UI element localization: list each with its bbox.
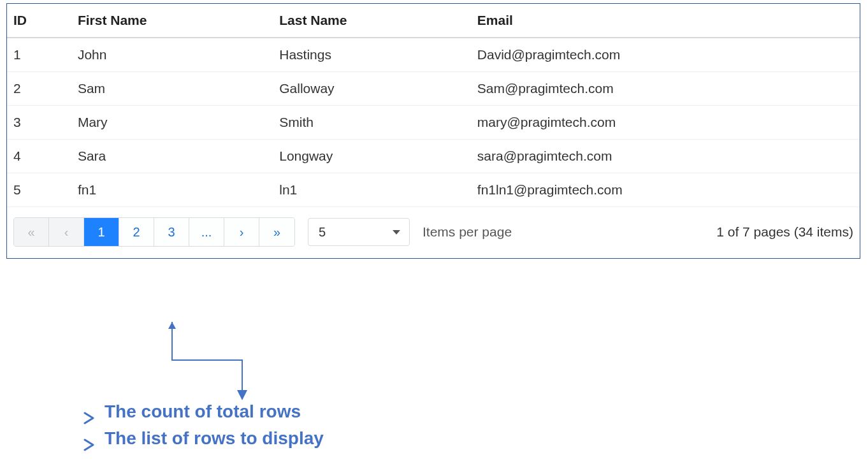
cell-email: Sam@pragimtech.com xyxy=(471,72,860,106)
page-size-value: 5 xyxy=(319,225,326,240)
cell-id: 2 xyxy=(7,72,71,106)
table-row: 1 John Hastings David@pragimtech.com xyxy=(7,38,860,72)
annotation-text: The count of total rows xyxy=(105,398,301,425)
pager-ellipsis[interactable]: ... xyxy=(189,218,224,246)
col-id[interactable]: ID xyxy=(7,4,71,38)
caret-down-icon xyxy=(393,230,400,235)
bullet-chevron-icon xyxy=(83,432,96,445)
pager-next-button[interactable]: › xyxy=(224,218,259,246)
cell-id: 3 xyxy=(7,106,71,140)
cell-id: 1 xyxy=(7,38,71,72)
cell-last: Smith xyxy=(273,106,471,140)
table-row: 5 fn1 ln1 fn1ln1@pragimtech.com xyxy=(7,173,860,207)
annotation-item: The list of rows to display xyxy=(83,425,324,452)
cell-first: Sam xyxy=(71,72,273,106)
header-row: ID First Name Last Name Email xyxy=(7,4,860,38)
cell-first: John xyxy=(71,38,273,72)
col-last[interactable]: Last Name xyxy=(273,4,471,38)
pager-prev-button[interactable]: ‹ xyxy=(49,218,84,246)
pager-summary: 1 of 7 pages (34 items) xyxy=(716,224,853,240)
table-row: 2 Sam Galloway Sam@pragimtech.com xyxy=(7,72,860,106)
cell-last: Hastings xyxy=(273,38,471,72)
pager: « ‹ 1 2 3 ... › » xyxy=(13,217,295,247)
pager-page-2[interactable]: 2 xyxy=(119,218,154,246)
pager-page-1[interactable]: 1 xyxy=(84,218,119,246)
data-grid: ID First Name Last Name Email 1 John Has… xyxy=(7,4,860,207)
table-row: 4 Sara Longway sara@pragimtech.com xyxy=(7,140,860,173)
pager-page-3[interactable]: 3 xyxy=(154,218,189,246)
table-row: 3 Mary Smith mary@pragimtech.com xyxy=(7,106,860,140)
grid-footer: « ‹ 1 2 3 ... › » 5 Items per page 1 of … xyxy=(7,207,860,258)
col-first[interactable]: First Name xyxy=(71,4,273,38)
cell-email: mary@pragimtech.com xyxy=(471,106,860,140)
cell-first: Sara xyxy=(71,140,273,173)
cell-last: ln1 xyxy=(273,173,471,207)
items-per-page-label: Items per page xyxy=(423,224,512,240)
data-grid-panel: ID First Name Last Name Email 1 John Has… xyxy=(6,3,860,259)
cell-email: fn1ln1@pragimtech.com xyxy=(471,173,860,207)
cell-first: Mary xyxy=(71,106,273,140)
col-email[interactable]: Email xyxy=(471,4,860,38)
annotation-text: The list of rows to display xyxy=(105,425,324,452)
pager-last-button[interactable]: » xyxy=(259,218,294,246)
cell-first: fn1 xyxy=(71,173,273,207)
cell-email: sara@pragimtech.com xyxy=(471,140,860,173)
pager-first-button[interactable]: « xyxy=(14,218,49,246)
cell-id: 5 xyxy=(7,173,71,207)
page-size-select[interactable]: 5 xyxy=(308,218,410,246)
cell-email: David@pragimtech.com xyxy=(471,38,860,72)
cell-id: 4 xyxy=(7,140,71,173)
annotation-item: The count of total rows xyxy=(83,398,324,425)
cell-last: Galloway xyxy=(273,72,471,106)
annotation-list: The count of total rows The list of rows… xyxy=(83,398,324,452)
cell-last: Longway xyxy=(273,140,471,173)
bullet-chevron-icon xyxy=(83,405,96,418)
